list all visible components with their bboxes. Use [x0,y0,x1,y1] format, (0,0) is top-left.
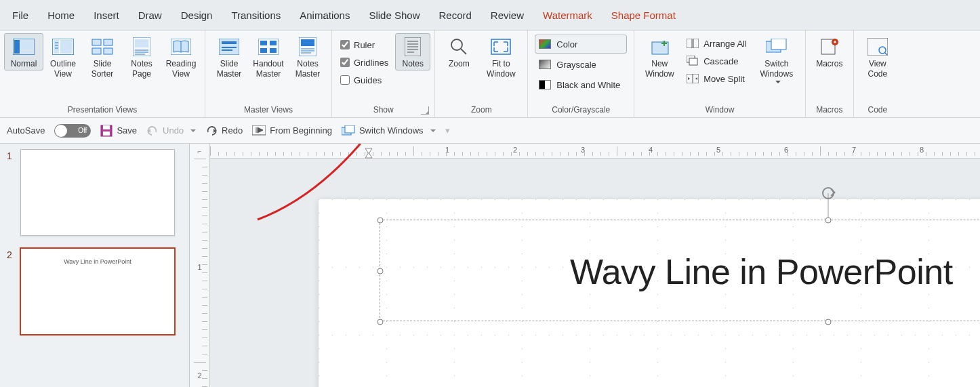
group-master-views: Slide Master Handout Master Notes Master… [205,30,332,117]
handle-br[interactable] [825,319,832,325]
menu-shape-format[interactable]: Shape Format [610,7,677,24]
slide-editor[interactable]: ⌐ 123456789 12 [190,144,980,387]
notes-master-button[interactable]: Notes Master [288,33,327,81]
macros-button[interactable]: Macros [810,33,849,70]
svg-rect-28 [260,48,267,53]
thumbnail-1-preview[interactable] [20,149,175,236]
menu-transitions[interactable]: Transitions [230,7,282,24]
handle-tl[interactable] [377,218,384,224]
slide-master-button[interactable]: Slide Master [209,33,249,81]
black-white-button[interactable]: Black and White [535,75,627,94]
handle-ml[interactable] [377,268,384,274]
bw-swatch-icon [539,80,551,89]
color-button[interactable]: Color [535,35,627,54]
thumbnail-2[interactable]: 2 Wavy Line in PowerPoint [7,248,182,335]
thumbnail-2-preview[interactable]: Wavy Line in PowerPoint [20,248,175,335]
menu-watermark[interactable]: Watermark [542,7,594,24]
qat-customize-icon[interactable]: ▾ [445,125,450,136]
slide-title-text[interactable]: Wavy Line in PowerPoint [570,251,953,292]
rotate-handle[interactable] [822,187,834,199]
group-label-code: Code [858,104,897,117]
undo-dropdown-icon[interactable] [188,125,196,136]
move-split-label: Move Split [703,74,745,84]
menu-animations[interactable]: Animations [298,7,351,24]
qat-switch-windows-button[interactable]: Switch Windows [342,125,436,136]
switch-windows-icon [766,37,788,56]
from-beginning-icon [252,125,266,136]
reading-view-icon [170,37,192,56]
notes-button[interactable]: Notes [395,33,430,70]
svg-rect-3 [21,51,33,54]
workspace: 1 2 Wavy Line in PowerPoint ⌐ 123456789 … [0,144,980,387]
fit-label: Fit to Window [487,59,516,79]
grayscale-swatch-icon [539,60,551,69]
group-label-zoom: Zoom [439,104,523,117]
handle-tr[interactable] [825,218,832,224]
title-text-frame[interactable]: Wavy Line in PowerPoint [380,220,980,321]
guides-checkbox-input[interactable] [340,75,350,85]
svg-rect-65 [345,125,354,133]
cascade-button[interactable]: Cascade [683,52,750,70]
svg-rect-50 [689,58,697,65]
svg-rect-26 [260,41,267,45]
menu-review[interactable]: Review [489,7,525,24]
move-split-button[interactable]: Move Split [683,70,750,87]
menu-draw[interactable]: Draw [137,7,163,24]
guides-checkbox[interactable]: Guides [338,71,391,89]
notes-page-button[interactable]: Notes Page [122,33,161,81]
fit-to-window-button[interactable]: Fit to Window [478,33,523,81]
zoom-button[interactable]: Zoom [439,33,478,70]
slide-canvas[interactable]: Wavy Line in PowerPoint [319,199,980,387]
canvas[interactable]: Wavy Line in PowerPoint [210,159,980,387]
switch-windows-button[interactable]: Switch Windows [752,33,801,86]
thumbnail-1[interactable]: 1 [7,149,182,236]
vertical-ruler[interactable]: 12 [190,159,210,387]
handout-master-button[interactable]: Handout Master [249,33,288,81]
menu-record[interactable]: Record [437,7,472,24]
normal-view-icon [13,37,35,56]
grayscale-button[interactable]: Grayscale [535,55,627,74]
new-window-icon [649,37,670,56]
autosave-toggle[interactable]: Off [54,124,91,138]
menu-slide-show[interactable]: Slide Show [367,7,421,24]
redo-button[interactable]: Redo [205,125,243,136]
view-code-button[interactable]: View Code [858,33,897,81]
save-label: Save [117,125,137,136]
horizontal-ruler[interactable]: ⌐ 123456789 [190,144,980,159]
ruler-checkbox-input[interactable] [340,40,350,49]
view-code-icon [867,37,889,56]
undo-button[interactable]: Undo [146,125,196,136]
slide-thumbnails-panel[interactable]: 1 2 Wavy Line in PowerPoint [0,144,190,387]
thumbnail-2-number: 2 [7,248,15,335]
group-label-window: Window [638,104,801,117]
svg-rect-15 [135,39,148,47]
menu-design[interactable]: Design [180,7,214,24]
from-beginning-label: From Beginning [270,125,332,136]
svg-line-59 [885,53,887,55]
normal-label: Normal [11,59,37,69]
save-button[interactable]: Save [100,125,137,137]
svg-rect-48 [693,39,699,48]
outline-view-button[interactable]: Outline View [43,33,83,81]
qat-switch-windows-icon [342,125,355,136]
from-beginning-button[interactable]: From Beginning [252,125,332,136]
qat-switch-windows-dropdown-icon[interactable] [428,125,436,136]
show-launcher[interactable] [421,106,429,115]
gridlines-checkbox-input[interactable] [340,58,350,67]
handle-bl[interactable] [377,319,384,325]
macros-icon [819,37,840,56]
reading-view-button[interactable]: Reading View [161,33,201,81]
slide-sorter-button[interactable]: Slide Sorter [83,33,122,81]
ruler-checkbox[interactable]: Ruler [338,36,391,54]
normal-view-button[interactable]: Normal [4,33,43,70]
arrange-all-button[interactable]: Arrange All [683,35,750,52]
gridlines-checkbox[interactable]: Gridlines [338,54,391,71]
color-swatch-icon [539,39,551,49]
new-window-button[interactable]: New Window [638,33,680,81]
menu-file[interactable]: File [11,7,30,24]
svg-rect-13 [104,48,113,54]
menu-home[interactable]: Home [46,7,76,24]
guides-label: Guides [354,75,382,85]
menu-insert[interactable]: Insert [92,7,121,24]
quick-access-toolbar: AutoSave Off Save Undo Redo From Beginni… [0,118,980,144]
